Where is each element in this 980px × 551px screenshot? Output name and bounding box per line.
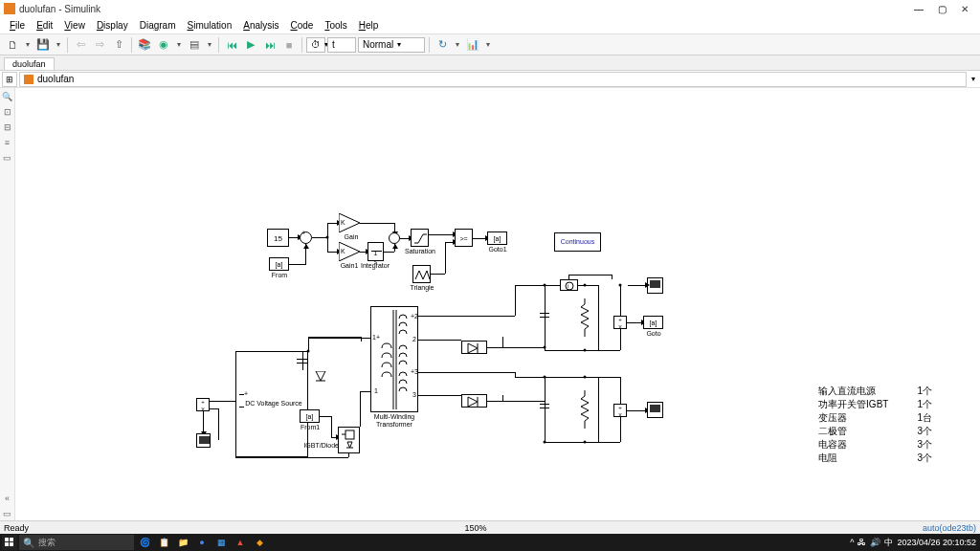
dropdown-icon[interactable]: ▾ bbox=[54, 36, 63, 54]
toggle-button[interactable]: ⊟ bbox=[1, 121, 14, 134]
saturation-block[interactable] bbox=[411, 229, 429, 247]
simulink-icon bbox=[4, 3, 15, 14]
task-app-7[interactable]: ◆ bbox=[251, 535, 268, 550]
library-button[interactable]: 📚 bbox=[136, 36, 153, 54]
save-button[interactable]: 💾 bbox=[34, 36, 52, 54]
task-app-2[interactable]: 📋 bbox=[155, 535, 172, 550]
task-app-1[interactable]: 🌀 bbox=[136, 535, 153, 550]
menu-analysis[interactable]: Analysis bbox=[237, 20, 284, 31]
shortcut-button[interactable]: « bbox=[1, 492, 14, 505]
vm-top[interactable]: +v bbox=[613, 316, 627, 329]
relational-block[interactable]: >= bbox=[455, 229, 473, 247]
diode-bot-block[interactable] bbox=[461, 394, 487, 408]
model-explorer-button[interactable]: ▤ bbox=[186, 36, 203, 54]
tray-up-icon[interactable]: ^ bbox=[850, 538, 854, 547]
from-block[interactable]: [a] bbox=[269, 257, 289, 271]
triangle-block[interactable] bbox=[412, 265, 431, 283]
task-app-3[interactable]: 📁 bbox=[174, 535, 191, 550]
isensor-top[interactable]: i bbox=[560, 279, 578, 291]
sim-mode-select[interactable]: Normal▾ bbox=[358, 37, 425, 53]
tray-sound-icon[interactable]: 🔊 bbox=[870, 538, 880, 547]
record-button[interactable]: 📊 bbox=[464, 36, 481, 54]
dropdown-icon[interactable]: ▾ bbox=[23, 36, 33, 54]
vm-in-block[interactable]: +v bbox=[196, 398, 210, 411]
svg-rect-18 bbox=[10, 538, 13, 541]
tray-ime-icon[interactable]: 中 bbox=[884, 537, 893, 549]
image-button[interactable]: ▭ bbox=[1, 151, 14, 165]
menubar: File Edit View Display Diagram Simulatio… bbox=[0, 17, 980, 34]
stop-button[interactable]: ■ bbox=[280, 36, 298, 54]
model-tab[interactable]: duolufan bbox=[4, 57, 55, 70]
back-button[interactable]: ⇦ bbox=[72, 36, 89, 54]
fast-restart-button[interactable]: ↻ bbox=[434, 36, 451, 54]
toolbar: 🗋 ▾ 💾 ▾ ⇦ ⇨ ⇧ 📚 ◉ ▾ ▤ ▾ ⏮ ▶ ⏭ ■ ⏱▾ t Nor… bbox=[0, 34, 980, 55]
menu-view[interactable]: View bbox=[58, 20, 91, 31]
step-forward-button[interactable]: ⏭ bbox=[261, 36, 278, 54]
maximize-button[interactable]: ▢ bbox=[930, 1, 953, 16]
menu-simulation[interactable]: Simulation bbox=[182, 20, 238, 31]
svg-rect-5 bbox=[345, 430, 354, 439]
forward-button[interactable]: ⇨ bbox=[91, 36, 108, 54]
close-button[interactable]: ✕ bbox=[953, 1, 976, 16]
start-button[interactable] bbox=[2, 535, 17, 550]
task-app-5[interactable]: ▦ bbox=[212, 535, 230, 550]
properties-button[interactable]: ▭ bbox=[1, 507, 14, 520]
task-app-6[interactable]: ▲ bbox=[232, 535, 249, 550]
dropdown-icon[interactable]: ▾ bbox=[174, 36, 184, 54]
system-tray[interactable]: ^ 🖧 🔊 中 2023/04/26 20:10:52 bbox=[850, 537, 978, 549]
dropdown-icon[interactable]: ▾ bbox=[205, 36, 214, 54]
dropdown-icon[interactable]: ▾ bbox=[453, 36, 462, 54]
component-table: 输入直流电源1个 功率开关管IGBT1个 变压器1台 二极管3个 电容器3个 电… bbox=[818, 385, 932, 465]
palette-sidebar: 🔍 ⊡ ⊟ ≡ ▭ « ▭ bbox=[0, 88, 15, 520]
igbt-block[interactable] bbox=[338, 427, 360, 453]
menu-code[interactable]: Code bbox=[284, 20, 319, 31]
config-button[interactable]: ◉ bbox=[155, 36, 172, 54]
statusbar: Ready 150% auto(ode23tb) bbox=[0, 520, 980, 534]
step-back-button[interactable]: ⏮ bbox=[223, 36, 240, 54]
task-app-4[interactable]: ● bbox=[193, 535, 211, 550]
stop-time-input[interactable]: t bbox=[327, 37, 356, 53]
solver-info[interactable]: auto(ode23tb) bbox=[923, 523, 976, 533]
scope-in-block[interactable] bbox=[196, 433, 211, 448]
constant-block[interactable]: 15 bbox=[267, 229, 289, 247]
powergui-block[interactable]: Continuous bbox=[554, 232, 601, 252]
zoom-button[interactable]: 🔍 bbox=[1, 90, 14, 103]
svg-rect-19 bbox=[5, 542, 9, 546]
svg-marker-11 bbox=[468, 343, 478, 353]
sum2-block[interactable] bbox=[389, 232, 400, 244]
fit-button[interactable]: ⊡ bbox=[1, 105, 14, 119]
menu-help[interactable]: Help bbox=[353, 20, 385, 31]
diode-block[interactable] bbox=[314, 371, 327, 388]
stop-time-selector[interactable]: ⏱▾ bbox=[306, 37, 325, 53]
hide-browser-button[interactable]: ⊞ bbox=[2, 72, 17, 87]
menu-diagram[interactable]: Diagram bbox=[134, 20, 182, 31]
scope-bot[interactable] bbox=[647, 402, 663, 418]
diode-top-block[interactable] bbox=[461, 341, 487, 354]
tray-clock[interactable]: 2023/04/26 20:10:52 bbox=[897, 538, 976, 547]
model-canvas[interactable]: 15 + - [a] From K Gain K Gain1 bbox=[15, 88, 980, 520]
breadcrumb-dropdown[interactable]: ▾ bbox=[967, 75, 980, 83]
vm-bot[interactable]: +v bbox=[613, 404, 627, 417]
search-box[interactable]: 🔍 搜索 bbox=[19, 535, 134, 550]
svg-text:i: i bbox=[568, 283, 568, 289]
dropdown-icon[interactable]: ▾ bbox=[483, 36, 493, 54]
from1-block[interactable]: [a] bbox=[300, 409, 320, 423]
menu-display[interactable]: Display bbox=[91, 20, 134, 31]
integrator-block[interactable]: 1 s bbox=[368, 242, 384, 261]
search-icon: 🔍 bbox=[23, 538, 34, 548]
annotations-button[interactable]: ≡ bbox=[1, 136, 14, 149]
tray-net-icon[interactable]: 🖧 bbox=[858, 538, 866, 547]
up-button[interactable]: ⇧ bbox=[110, 36, 127, 54]
menu-edit[interactable]: Edit bbox=[31, 20, 58, 31]
window-title: duolufan - Simulink bbox=[19, 4, 907, 14]
new-button[interactable]: 🗋 bbox=[4, 36, 21, 54]
status-left: Ready bbox=[4, 523, 29, 533]
breadcrumb[interactable]: duolufan bbox=[19, 72, 967, 87]
menu-tools[interactable]: Tools bbox=[319, 20, 352, 31]
menu-file[interactable]: File bbox=[4, 20, 31, 31]
run-button[interactable]: ▶ bbox=[242, 36, 259, 54]
minimize-button[interactable]: — bbox=[907, 1, 930, 16]
goto-top[interactable]: [a] bbox=[643, 316, 663, 329]
goto1-block[interactable]: [a] bbox=[487, 231, 507, 245]
svg-rect-20 bbox=[10, 542, 13, 546]
